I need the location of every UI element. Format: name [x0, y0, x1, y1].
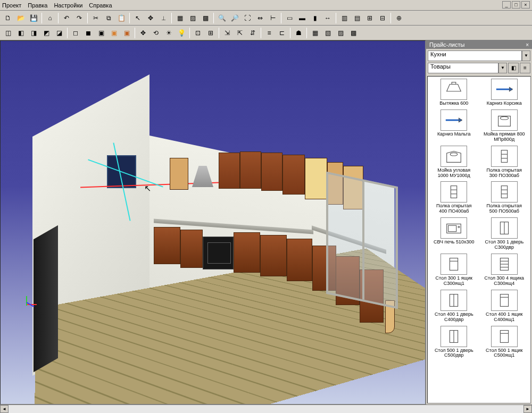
- catalog-grid[interactable]: Вытяжка 600Карниз КорсикаКарниз МальтаМо…: [427, 76, 531, 403]
- catalog-item[interactable]: Стол 400 1 ящик С400ящ1: [480, 290, 529, 323]
- img2-icon[interactable]: ▧: [322, 27, 334, 39]
- view5-icon[interactable]: ◪: [53, 27, 65, 39]
- cfg1-icon[interactable]: ⊡: [192, 27, 204, 39]
- put2-icon[interactable]: ⇱: [234, 27, 246, 39]
- group-icon[interactable]: ▦: [174, 12, 186, 24]
- globe-icon[interactable]: ⊕: [393, 12, 405, 24]
- scroll-left-icon[interactable]: ◄: [0, 405, 9, 413]
- category-dropdown[interactable]: Кухни ▼: [428, 50, 530, 61]
- box2-icon[interactable]: ◼: [82, 27, 94, 39]
- catalog-item[interactable]: Стол 300 1 ящик С300ящ1: [430, 254, 478, 286]
- minimize-button[interactable]: _: [502, 1, 511, 9]
- scroll-right-icon[interactable]: ►: [523, 405, 532, 413]
- cfg2-icon[interactable]: ⊞: [205, 27, 217, 39]
- upper-cabinet-2[interactable]: [240, 151, 261, 189]
- zoom-in-icon[interactable]: 🔍: [216, 12, 228, 24]
- wnd3-icon[interactable]: ⊞: [364, 12, 376, 24]
- undo-icon[interactable]: ↶: [61, 12, 72, 24]
- dropdown-arrow-icon[interactable]: ▼: [498, 63, 507, 73]
- horizontal-scrollbar[interactable]: ◄ ►: [0, 404, 532, 413]
- wall2-icon[interactable]: ▬: [296, 12, 308, 24]
- put3-icon[interactable]: ⇵: [247, 27, 259, 39]
- base-cabinet-4[interactable]: [260, 235, 287, 276]
- viewport-3d[interactable]: ↖: [0, 40, 426, 404]
- catalog-item[interactable]: Полка открытая 300 ПО300аб: [480, 146, 529, 179]
- upper-cabinet-3[interactable]: [261, 153, 282, 191]
- menu-project[interactable]: Проект: [2, 2, 21, 9]
- catalog-item[interactable]: Мойка угловая 1000 МУ1000д: [430, 146, 478, 179]
- redo-icon[interactable]: ↷: [73, 12, 85, 24]
- menu-edit[interactable]: Правка: [28, 2, 47, 9]
- catalog-item[interactable]: Стол 500 1 ящик С500ящ1: [480, 326, 529, 359]
- catalog-item[interactable]: Вытяжка 600: [430, 79, 478, 106]
- text-icon[interactable]: ⊏: [276, 27, 288, 39]
- blob-icon[interactable]: ☗: [293, 27, 304, 39]
- box5-icon[interactable]: ▣: [121, 27, 132, 39]
- wnd1-icon[interactable]: ▥: [338, 12, 350, 24]
- move-icon[interactable]: ✥: [145, 12, 156, 24]
- view2-icon[interactable]: ◧: [15, 27, 27, 39]
- rot-icon[interactable]: ⟲: [150, 27, 162, 39]
- wall3-icon[interactable]: ▮: [309, 12, 321, 24]
- box3-icon[interactable]: ▣: [95, 27, 107, 39]
- menu-help[interactable]: Справка: [89, 2, 112, 9]
- catalog-item[interactable]: Карниз Корсика: [480, 79, 529, 106]
- select-icon[interactable]: ↖: [132, 12, 144, 24]
- cut-icon[interactable]: ✂: [90, 12, 102, 24]
- catalog-item[interactable]: Полка открытая 500 ПО500аб: [480, 181, 529, 214]
- copy-icon[interactable]: ⧉: [103, 12, 114, 24]
- paste-icon[interactable]: 📋: [115, 12, 127, 24]
- catalog-item[interactable]: Стол 300 1 дверь С300двр: [480, 217, 529, 250]
- catalog-item[interactable]: СВЧ печь 510х300: [430, 217, 478, 250]
- menu-settings[interactable]: Настройки: [54, 2, 82, 9]
- catalog-item[interactable]: Стол 500 1 дверь С500двр: [430, 326, 478, 359]
- view4-icon[interactable]: ◩: [40, 27, 52, 39]
- zoom-out-icon[interactable]: 🔎: [229, 12, 240, 24]
- maximize-button[interactable]: □: [512, 1, 520, 9]
- img1-icon[interactable]: ▦: [309, 27, 321, 39]
- upper-cabinet-glass[interactable]: [305, 158, 327, 199]
- wnd4-icon[interactable]: ⊟: [377, 12, 388, 24]
- img4-icon[interactable]: ▩: [347, 27, 359, 39]
- box4-icon[interactable]: ▣: [108, 27, 120, 39]
- home-icon[interactable]: ⌂: [44, 12, 56, 24]
- oven[interactable]: [203, 237, 234, 269]
- wall1-icon[interactable]: ▭: [284, 12, 295, 24]
- catalog-item[interactable]: Полка открытая 400 ПО400аб: [430, 181, 478, 214]
- window[interactable]: [326, 172, 398, 309]
- upper-cabinet-4[interactable]: [282, 155, 305, 195]
- dropdown-arrow-icon[interactable]: ▼: [522, 50, 530, 61]
- align-icon[interactable]: ≡: [263, 27, 275, 39]
- ruler-icon[interactable]: ⊢: [267, 12, 279, 24]
- pan-icon[interactable]: ⇔: [254, 12, 266, 24]
- catalog-item[interactable]: Карниз Мальта: [430, 109, 478, 142]
- catalog-item[interactable]: Мойка прямая 800 МПр800д: [480, 109, 529, 142]
- box1-icon[interactable]: ◻: [70, 27, 81, 39]
- view3-icon[interactable]: ◨: [28, 27, 39, 39]
- xform-icon[interactable]: ✥: [137, 27, 149, 39]
- zoom-fit-icon[interactable]: ⛶: [242, 12, 253, 24]
- base-cabinet-3[interactable]: [234, 232, 260, 273]
- upper-cabinet-1[interactable]: [219, 153, 240, 189]
- type-dropdown[interactable]: Товары ▼: [428, 63, 507, 73]
- img3-icon[interactable]: ▨: [335, 27, 346, 39]
- base-cabinet-2[interactable]: [180, 230, 203, 268]
- catalog-item[interactable]: Стол 400 1 дверь С400двр: [430, 290, 478, 323]
- open-icon[interactable]: 📂: [15, 12, 27, 24]
- light-icon[interactable]: 💡: [176, 27, 187, 39]
- ungroup-icon[interactable]: ▨: [187, 12, 198, 24]
- scroll-track[interactable]: [9, 405, 523, 413]
- dim-icon[interactable]: ↔: [322, 12, 334, 24]
- save-icon[interactable]: 💾: [28, 12, 39, 24]
- upper-shelf-light[interactable]: [170, 158, 188, 190]
- catalog-item[interactable]: Стол 300 4 ящика С300ящ4: [480, 254, 529, 286]
- wnd2-icon[interactable]: ▤: [351, 12, 363, 24]
- panel-close-icon[interactable]: ×: [526, 42, 529, 48]
- base-cabinet-5[interactable]: [287, 239, 312, 281]
- net-icon[interactable]: ☀: [163, 27, 174, 39]
- snap-icon[interactable]: ▩: [200, 12, 211, 24]
- base-cabinet-1[interactable]: [154, 227, 180, 264]
- measure-icon[interactable]: ⟂: [157, 12, 169, 24]
- close-button[interactable]: ×: [521, 1, 530, 9]
- panel-btn-1[interactable]: ◧: [508, 63, 519, 73]
